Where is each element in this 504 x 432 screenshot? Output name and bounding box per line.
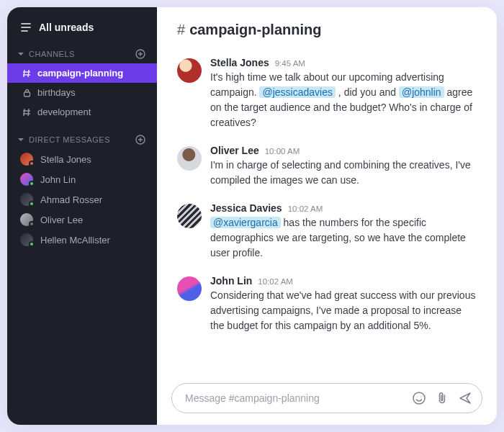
mention[interactable]: @johnlin <box>399 86 444 98</box>
dm-list: Stella JonesJohn LinAhmad RosserOliver L… <box>7 149 157 250</box>
channel-header: # campaign-planning <box>157 7 497 45</box>
queue-icon <box>20 22 32 32</box>
attachment-icon[interactable] <box>434 390 450 406</box>
dm-item[interactable]: Oliver Lee <box>7 210 157 230</box>
chevron-down-icon <box>17 50 24 58</box>
message-text: Considering that we've had great success… <box>210 288 477 333</box>
hash-icon <box>22 69 32 78</box>
channel-list: campaign-planningbirthdaysdevelopment <box>7 63 157 122</box>
avatar <box>20 193 33 206</box>
dm-item[interactable]: Hellen McAllister <box>7 230 157 250</box>
dm-item-label: Oliver Lee <box>40 215 83 225</box>
channel-item-birthdays[interactable]: birthdays <box>7 83 157 102</box>
message-time: 9:45 AM <box>275 59 305 68</box>
svg-line-11 <box>24 109 24 116</box>
message-time: 10:02 AM <box>288 204 323 213</box>
lock-icon <box>22 89 32 97</box>
message-time: 10:02 AM <box>258 277 293 286</box>
avatar <box>20 173 33 186</box>
avatar <box>177 146 202 171</box>
channels-header-label: CHANNELS <box>29 50 75 58</box>
mention[interactable]: @xaviergarcia <box>210 217 281 228</box>
channel-item-development[interactable]: development <box>7 102 157 122</box>
message: Oliver Lee10:00 AMI'm in charge of selec… <box>177 138 477 195</box>
message: Jessica Davies10:02 AM@xaviergarcia has … <box>177 195 477 268</box>
channels-section-header[interactable]: CHANNELS <box>7 43 157 63</box>
message-text: It's high time we talk about our upcomin… <box>210 70 477 130</box>
message-time: 10:00 AM <box>265 147 300 156</box>
add-channel-button[interactable] <box>135 49 145 59</box>
all-unreads[interactable]: All unreads <box>7 19 157 43</box>
presence-dot-icon <box>29 221 35 227</box>
send-icon[interactable] <box>457 390 473 406</box>
svg-point-19 <box>417 396 418 397</box>
message-author: Stella Jones <box>210 57 269 68</box>
presence-dot-icon <box>29 201 35 207</box>
dm-item-label: John Lin <box>40 174 76 185</box>
svg-rect-10 <box>24 92 30 96</box>
main-panel: # campaign-planning Stella Jones9:45 AMI… <box>157 7 497 425</box>
dm-section-header[interactable]: DIRECT MESSAGES <box>7 129 157 149</box>
all-unreads-label: All unreads <box>39 22 94 33</box>
hash-icon <box>22 108 32 117</box>
avatar <box>20 153 33 166</box>
dm-item[interactable]: Ahmad Rosser <box>7 189 157 210</box>
message-author: Oliver Lee <box>210 145 259 156</box>
dm-header-label: DIRECT MESSAGES <box>29 135 110 144</box>
dm-item[interactable]: Stella Jones <box>7 149 157 169</box>
channel-item-label: campaign-planning <box>37 68 123 78</box>
chevron-down-icon <box>17 136 24 143</box>
message: John Lin10:02 AMConsidering that we've h… <box>177 268 477 341</box>
svg-point-18 <box>413 392 425 404</box>
avatar <box>20 233 33 246</box>
svg-line-6 <box>24 70 24 77</box>
message: Stella Jones9:45 AMIt's high time we tal… <box>177 50 477 138</box>
channel-item-label: birthdays <box>37 87 76 98</box>
presence-dot-icon <box>29 241 35 247</box>
composer-input[interactable] <box>185 392 404 404</box>
svg-point-20 <box>420 396 421 397</box>
dm-item-label: Stella Jones <box>40 154 91 165</box>
avatar <box>177 58 202 83</box>
presence-dot-icon <box>29 181 35 186</box>
svg-line-7 <box>28 70 29 77</box>
add-dm-button[interactable] <box>135 135 145 145</box>
dm-item-label: Ahmad Rosser <box>40 194 102 205</box>
chat-app: All unreads CHANNELS campaign-planningbi… <box>7 7 497 425</box>
channel-name: campaign-planning <box>189 22 321 38</box>
message-author: John Lin <box>210 275 252 287</box>
emoji-icon[interactable] <box>411 390 427 406</box>
mention[interactable]: @jessicadavies <box>259 86 335 98</box>
message-text: @xaviergarcia has the numbers for the sp… <box>210 215 477 261</box>
message-list[interactable]: Stella Jones9:45 AMIt's high time we tal… <box>157 45 497 377</box>
avatar <box>177 204 202 228</box>
message-text: I'm in charge of selecting and combining… <box>210 158 477 188</box>
avatar <box>177 276 202 301</box>
message-composer[interactable] <box>171 383 482 413</box>
hash-icon: # <box>177 22 185 38</box>
dm-item-label: Hellen McAllister <box>40 235 110 246</box>
sidebar: All unreads CHANNELS campaign-planningbi… <box>7 7 157 425</box>
channel-item-campaign-planning[interactable]: campaign-planning <box>7 63 157 83</box>
channel-item-label: development <box>37 107 91 117</box>
message-author: Jessica Davies <box>210 202 282 214</box>
presence-dot-icon <box>29 161 35 166</box>
svg-line-12 <box>28 109 29 116</box>
avatar <box>20 213 33 226</box>
dm-item[interactable]: John Lin <box>7 169 157 189</box>
